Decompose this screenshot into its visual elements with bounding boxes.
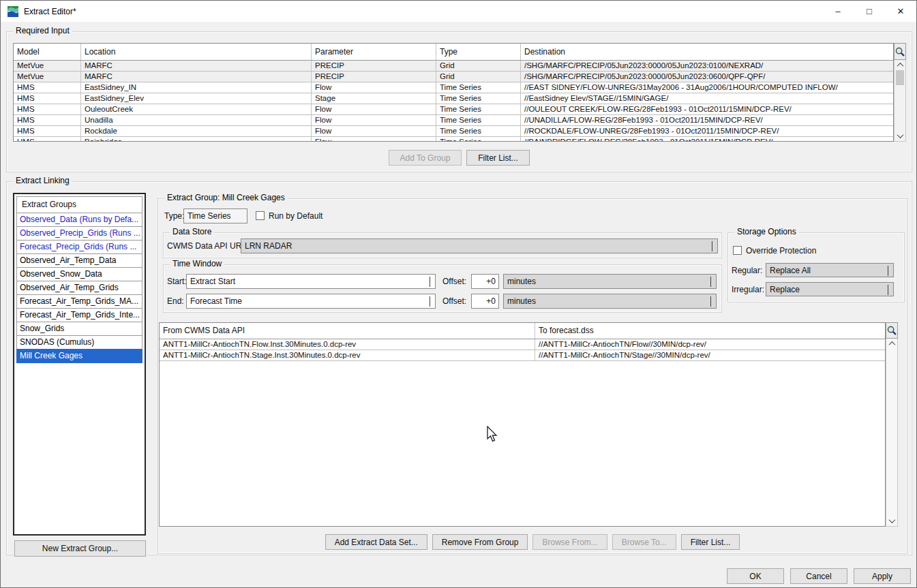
list-item[interactable]: Observed_Data (Runs by Defa... <box>16 213 142 227</box>
table-row[interactable]: HMS EastSidney_Elev Stage Time Series //… <box>14 93 893 104</box>
cell-to: //ANTT1-MillCr-AntiochTN/Stage//30MIN/dc… <box>535 350 885 360</box>
list-item[interactable]: Observed_Snow_Data <box>16 267 142 281</box>
start-offset-label: Offset: <box>442 274 466 289</box>
cell-location: Rockdale <box>81 126 312 136</box>
remove-from-group-button[interactable]: Remove From Group <box>432 534 528 550</box>
cell-model: MetVue <box>14 61 81 71</box>
link-table-side <box>886 322 898 527</box>
regular-label: Regular: <box>732 263 762 278</box>
list-item[interactable]: Observed_Air_Temp_Grids <box>16 281 142 295</box>
required-input-table-header: Model Location Parameter Type Destinatio… <box>14 44 893 61</box>
end-combobox[interactable]: Forecast Time <box>186 294 436 309</box>
browse-to-button[interactable]: Browse To... <box>612 534 676 550</box>
chevron-down-icon <box>430 277 430 286</box>
start-value: Extract Start <box>190 277 235 286</box>
magnifier-icon <box>895 47 905 57</box>
maximize-icon: □ <box>867 6 872 16</box>
extract-groups-list: Extract Groups Observed_Data (Runs by De… <box>13 193 146 536</box>
minimize-icon: – <box>835 6 840 16</box>
magnifier-button[interactable] <box>894 43 906 60</box>
scroll-down-icon[interactable] <box>895 131 905 141</box>
column-header-model[interactable]: Model <box>14 44 81 60</box>
column-header-to[interactable]: To forecast.dss <box>535 323 885 339</box>
end-units-combobox[interactable]: minutes <box>503 294 717 309</box>
cell-destination: //UNADILLA/FLOW-REG/28Feb1993 - 01Oct201… <box>521 115 893 125</box>
list-item[interactable]: Forecast_Air_Temp_Grids_Inte... <box>16 308 142 322</box>
table-row[interactable]: HMS Rockdale Flow Time Series //ROCKDALE… <box>14 126 893 137</box>
start-combobox[interactable]: Extract Start <box>186 274 436 289</box>
type-field[interactable]: Time Series <box>183 208 247 223</box>
start-units-combobox[interactable]: minutes <box>503 274 717 289</box>
table-row[interactable]: HMS OuleoutCreek Flow Time Series //OULE… <box>14 104 893 115</box>
cell-location: Unadilla <box>81 115 312 125</box>
start-offset-field[interactable]: +0 <box>471 274 499 289</box>
chevron-down-icon <box>430 296 430 306</box>
cell-from: ANTT1-MillCr-AntiochTN.Stage.Inst.30Minu… <box>160 350 535 360</box>
cwms-api-url-combobox[interactable]: LRN RADAR <box>241 238 718 253</box>
chevron-down-icon <box>710 277 711 286</box>
scroll-up-icon[interactable] <box>895 60 905 70</box>
filter-list-button[interactable]: Filter List... <box>681 534 740 550</box>
override-protection-checkbox[interactable] <box>733 246 742 255</box>
list-item[interactable]: Snow_Grids <box>16 322 142 336</box>
scroll-up-icon[interactable] <box>886 339 897 349</box>
table-row[interactable]: HMS Bainbridge Flow Time Series //BAINBR… <box>14 137 893 142</box>
apply-button[interactable]: Apply <box>854 568 911 584</box>
end-units-value: minutes <box>507 296 536 306</box>
scroll-down-icon[interactable] <box>886 516 897 526</box>
ok-button[interactable]: OK <box>727 568 784 584</box>
list-item[interactable]: Forecast_Precip_Grids (Runs ... <box>16 240 142 254</box>
data-store-title: Data Store <box>170 227 214 236</box>
column-header-location[interactable]: Location <box>81 44 312 60</box>
list-item[interactable]: Observed_Precip_Grids (Runs ... <box>16 226 142 241</box>
column-header-parameter[interactable]: Parameter <box>312 44 436 60</box>
list-item[interactable]: Observed_Air_Temp_Data <box>16 253 142 268</box>
table-row[interactable]: HMS EastSidney_IN Flow Time Series //EAS… <box>14 82 893 93</box>
regular-combobox[interactable]: Replace All <box>766 263 894 277</box>
table-row[interactable]: MetVue MARFC PRECIP Grid /SHG/MARFC/PREC… <box>14 61 893 72</box>
scrollbar-thumb[interactable] <box>896 70 904 85</box>
cell-destination: //EastSidney Elev/STAGE//15MIN/GAGE/ <box>521 93 893 104</box>
run-by-default-label: Run by Default <box>269 208 322 223</box>
cell-parameter: Flow <box>312 82 436 93</box>
cell-type: Grid <box>436 72 521 82</box>
required-input-title: Required Input <box>13 26 72 35</box>
link-table: From CWMS Data API To forecast.dss ANTT1… <box>159 322 886 527</box>
table-row[interactable]: HMS Unadilla Flow Time Series //UNADILLA… <box>14 115 893 126</box>
end-offset-field[interactable]: +0 <box>471 294 499 309</box>
cell-type: Time Series <box>436 104 521 114</box>
end-value: Forecast Time <box>190 296 242 306</box>
column-header-destination[interactable]: Destination <box>521 44 893 60</box>
run-by-default-checkbox[interactable] <box>256 211 265 220</box>
browse-from-button[interactable]: Browse From... <box>532 534 607 550</box>
cell-model: HMS <box>14 82 81 93</box>
table-row[interactable]: ANTT1-MillCr-AntiochTN.Flow.Inst.30Minut… <box>160 339 885 350</box>
list-item-selected[interactable]: Mill Creek Gages <box>16 349 142 363</box>
cancel-button[interactable]: Cancel <box>790 568 847 584</box>
table-row[interactable]: ANTT1-MillCr-AntiochTN.Stage.Inst.30Minu… <box>160 350 885 361</box>
new-extract-group-button[interactable]: New Extract Group... <box>14 540 146 557</box>
cell-parameter: Flow <box>312 137 436 142</box>
vertical-scrollbar[interactable] <box>894 60 906 142</box>
magnifier-icon <box>887 326 897 335</box>
column-header-from[interactable]: From CWMS Data API <box>160 323 535 339</box>
cell-destination: //ROCKDALE/FLOW-UNREG/28Feb1993 - 01Oct2… <box>521 126 893 136</box>
list-item[interactable]: SNODAS (Cumulus) <box>16 335 142 350</box>
minimize-button[interactable]: – <box>822 1 854 22</box>
table-row[interactable]: MetVue MARFC PRECIP Grid /SHG/MARFC/PREC… <box>14 72 893 82</box>
irregular-combobox[interactable]: Replace <box>766 282 894 296</box>
add-to-group-button[interactable]: Add To Group <box>389 150 462 166</box>
close-button[interactable]: ✕ <box>885 1 916 22</box>
list-item[interactable]: Forecast_Air_Temp_Grids_MA... <box>16 294 142 309</box>
maximize-button[interactable]: □ <box>854 1 885 22</box>
add-extract-data-set-button[interactable]: Add Extract Data Set... <box>325 534 427 550</box>
vertical-scrollbar[interactable] <box>886 339 898 527</box>
cell-type: Time Series <box>436 126 521 136</box>
cell-location: EastSidney_Elev <box>81 93 312 104</box>
column-header-type[interactable]: Type <box>436 44 521 60</box>
magnifier-button[interactable] <box>886 322 898 339</box>
extract-linking-title: Extract Linking <box>13 176 72 185</box>
irregular-label: Irregular: <box>732 282 764 297</box>
chevron-down-icon <box>888 266 888 275</box>
filter-list-button[interactable]: Filter List... <box>466 150 530 166</box>
